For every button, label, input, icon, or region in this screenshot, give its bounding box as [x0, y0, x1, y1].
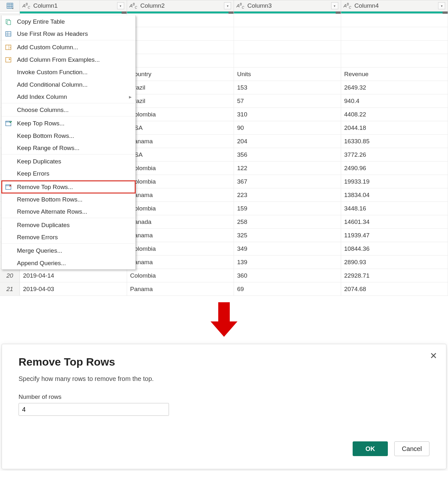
cell[interactable]: Colombia — [127, 242, 234, 255]
cell[interactable]: 204 — [234, 135, 341, 148]
cell[interactable] — [234, 54, 341, 67]
cell[interactable]: Colombia — [127, 202, 234, 215]
filter-dropdown-icon[interactable]: ▾ — [117, 2, 124, 9]
menu-item-invoke-custom-function[interactable]: Invoke Custom Function... — [2, 66, 135, 78]
menu-item-remove-top-rows[interactable]: Remove Top Rows... — [2, 181, 135, 193]
cell[interactable]: 16330.85 — [341, 135, 448, 148]
cell[interactable]: 356 — [234, 148, 341, 161]
cancel-button[interactable]: Cancel — [394, 441, 429, 456]
menu-item-keep-bottom-rows[interactable]: Keep Bottom Rows... — [2, 130, 135, 142]
cell[interactable]: Panama — [127, 256, 234, 269]
menu-item-add-custom-column[interactable]: +Add Custom Column... — [2, 41, 135, 53]
table-row[interactable]: 202019-04-14Colombia36022928.71 — [0, 269, 448, 282]
cell[interactable]: Canada — [127, 215, 234, 228]
cell[interactable]: 122 — [234, 162, 341, 175]
cell[interactable]: USA — [127, 121, 234, 134]
menu-item-choose-columns[interactable]: Choose Columns... — [2, 104, 135, 116]
menu-item-keep-errors[interactable]: Keep Errors — [2, 168, 135, 180]
menu-item-copy-entire-table[interactable]: Copy Entire Table — [2, 15, 135, 28]
menu-item-keep-duplicates[interactable]: Keep Duplicates — [2, 155, 135, 168]
ok-button[interactable]: OK — [353, 441, 388, 456]
cell[interactable]: 69 — [234, 282, 341, 296]
cell[interactable]: Colombia — [127, 175, 234, 188]
cell[interactable]: Revenue — [341, 67, 448, 81]
cell[interactable]: Colombia — [127, 108, 234, 121]
menu-item-add-column-from-examples[interactable]: Add Column From Examples... — [2, 53, 135, 66]
cell[interactable]: Panama — [127, 135, 234, 148]
cell[interactable]: Colombia — [127, 269, 234, 282]
cell[interactable] — [341, 27, 448, 40]
cell[interactable]: 57 — [234, 94, 341, 107]
filter-dropdown-icon[interactable]: ▾ — [438, 2, 445, 9]
cell[interactable]: 13834.04 — [341, 188, 448, 201]
cell[interactable]: 3772.26 — [341, 148, 448, 161]
menu-item-merge-queries[interactable]: Merge Queries... — [2, 244, 135, 257]
menu-item-remove-duplicates[interactable]: Remove Duplicates — [2, 219, 135, 231]
cell[interactable]: USA — [127, 148, 234, 161]
cell[interactable] — [234, 27, 341, 40]
cell[interactable]: 14601.34 — [341, 215, 448, 228]
table-corner-button[interactable] — [0, 0, 20, 11]
cell[interactable]: Brazil — [127, 94, 234, 107]
cell[interactable]: Units — [234, 67, 341, 81]
cell[interactable]: 4408.22 — [341, 108, 448, 121]
cell[interactable]: 3448.16 — [341, 202, 448, 215]
cell[interactable]: 349 — [234, 242, 341, 255]
cell[interactable] — [127, 27, 234, 40]
column-header-2[interactable]: ABC Column2 ▾ — [127, 0, 234, 11]
cell[interactable]: 2044.18 — [341, 121, 448, 134]
cell[interactable]: 367 — [234, 175, 341, 188]
cell[interactable] — [341, 14, 448, 27]
menu-item-add-index-column[interactable]: Add Index Column▶ — [2, 91, 135, 103]
column-header-4[interactable]: ABC Column4 ▾ — [341, 0, 448, 11]
cell[interactable]: 2074.68 — [341, 282, 448, 296]
cell[interactable] — [234, 14, 341, 27]
cell[interactable]: 2890.93 — [341, 256, 448, 269]
menu-item-remove-bottom-rows[interactable]: Remove Bottom Rows... — [2, 193, 135, 206]
cell[interactable]: 159 — [234, 202, 341, 215]
cell[interactable]: Panama — [127, 188, 234, 201]
filter-dropdown-icon[interactable]: ▾ — [224, 2, 231, 9]
cell[interactable]: 310 — [234, 108, 341, 121]
cell[interactable] — [127, 14, 234, 27]
cell[interactable]: 2649.32 — [341, 81, 448, 94]
menu-item-append-queries[interactable]: Append Queries... — [2, 257, 135, 269]
cell[interactable]: 940.4 — [341, 94, 448, 107]
menu-item-remove-errors[interactable]: Remove Errors — [2, 231, 135, 244]
menu-item-keep-range-of-rows[interactable]: Keep Range of Rows... — [2, 142, 135, 154]
cell[interactable] — [341, 54, 448, 67]
cell[interactable]: Country — [127, 67, 234, 81]
cell[interactable]: 139 — [234, 256, 341, 269]
cell[interactable]: Panama — [127, 282, 234, 296]
cell[interactable] — [127, 54, 234, 67]
menu-item-add-conditional-column[interactable]: Add Conditional Column... — [2, 78, 135, 91]
cell[interactable]: 19933.19 — [341, 175, 448, 188]
menu-item-use-first-row-as-headers[interactable]: Use First Row as Headers — [2, 28, 135, 40]
table-row[interactable]: 212019-04-03Panama692074.68 — [0, 282, 448, 296]
filter-dropdown-icon[interactable]: ▾ — [331, 2, 338, 9]
menu-item-remove-alternate-rows[interactable]: Remove Alternate Rows... — [2, 206, 135, 218]
cell[interactable]: 2490.96 — [341, 162, 448, 175]
cell[interactable] — [127, 41, 234, 54]
cell[interactable] — [234, 41, 341, 54]
close-icon[interactable]: ✕ — [430, 351, 437, 361]
cell[interactable]: Colombia — [127, 162, 234, 175]
cell[interactable]: 22928.71 — [341, 269, 448, 282]
cell[interactable]: 90 — [234, 121, 341, 134]
cell[interactable]: 11939.47 — [341, 229, 448, 242]
cell[interactable]: 153 — [234, 81, 341, 94]
number-of-rows-input[interactable] — [19, 403, 169, 416]
cell[interactable]: Brazil — [127, 81, 234, 94]
cell[interactable]: 360 — [234, 269, 341, 282]
cell[interactable]: 258 — [234, 215, 341, 228]
menu-item-keep-top-rows[interactable]: Keep Top Rows... — [2, 117, 135, 130]
cell[interactable]: 325 — [234, 229, 341, 242]
cell[interactable] — [341, 41, 448, 54]
cell[interactable]: Panama — [127, 229, 234, 242]
column-header-1[interactable]: ABC Column1 ▾ — [20, 0, 127, 11]
cell[interactable]: 10844.36 — [341, 242, 448, 255]
cell[interactable]: 2019-04-14 — [20, 269, 127, 282]
column-header-3[interactable]: ABC Column3 ▾ — [234, 0, 341, 11]
cell[interactable]: 2019-04-03 — [20, 282, 127, 296]
cell[interactable]: 223 — [234, 188, 341, 201]
